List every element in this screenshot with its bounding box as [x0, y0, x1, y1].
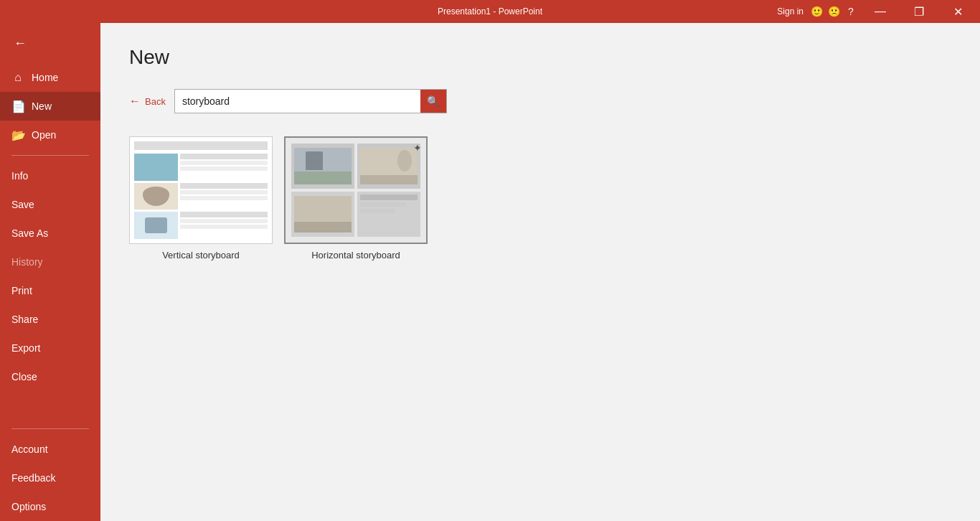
- sidebar-bottom: Account Feedback Options: [0, 423, 100, 521]
- save-label: Save: [11, 199, 34, 210]
- smiley-icon[interactable]: 🙂: [809, 4, 824, 19]
- template-label-horizontal: Horizontal storyboard: [311, 250, 400, 260]
- sidebar-new-label: New: [32, 100, 52, 112]
- sidebar-divider-top: [11, 155, 89, 156]
- search-button[interactable]: 🔍: [420, 90, 446, 113]
- open-icon: 📂: [11, 128, 24, 142]
- options-label: Options: [11, 501, 46, 512]
- sidebar-item-close[interactable]: Close: [0, 362, 100, 391]
- template-thumb-vertical: [129, 136, 273, 244]
- template-thumb-horizontal: ✦: [284, 136, 428, 244]
- sidebar-menu: Info Save Save As History Print Share Ex…: [0, 161, 100, 391]
- sidebar-item-home[interactable]: ⌂ Home: [0, 63, 100, 92]
- sidebar-item-account[interactable]: Account: [0, 435, 100, 464]
- search-area: ← Back 🔍: [129, 89, 951, 113]
- template-label-vertical: Vertical storyboard: [162, 250, 240, 260]
- search-input[interactable]: [175, 91, 420, 111]
- pin-icon[interactable]: ✦: [413, 142, 422, 154]
- sidebar-item-share[interactable]: Share: [0, 305, 100, 334]
- minimize-button[interactable]: —: [864, 0, 897, 23]
- sidebar-item-history[interactable]: History: [0, 248, 100, 276]
- content-area: New ← Back 🔍: [100, 23, 980, 521]
- sidebar-item-options[interactable]: Options: [0, 492, 100, 521]
- template-card-vertical-storyboard[interactable]: Vertical storyboard: [129, 136, 273, 260]
- back-label: Back: [145, 96, 166, 107]
- app-body: ← ⌂ Home 📄 New 📂 Open Info Save: [0, 23, 980, 521]
- print-label: Print: [11, 285, 32, 296]
- sidebar-item-open[interactable]: 📂 Open: [0, 121, 100, 149]
- search-icon: 🔍: [427, 95, 439, 107]
- sidebar-item-save[interactable]: Save: [0, 190, 100, 219]
- back-link[interactable]: ← Back: [129, 95, 166, 108]
- close-label: Close: [11, 371, 37, 382]
- close-button[interactable]: ✕: [941, 0, 974, 23]
- help-icon[interactable]: ?: [844, 4, 858, 19]
- sidebar-back-button[interactable]: ←: [6, 29, 34, 57]
- back-arrow-icon: ←: [129, 95, 141, 108]
- share-label: Share: [11, 314, 38, 325]
- search-box: 🔍: [174, 89, 447, 113]
- template-grid: Vertical storyboard: [129, 136, 951, 260]
- page-title: New: [129, 46, 951, 69]
- sign-in-button[interactable]: Sign in: [777, 6, 804, 17]
- sidebar-item-save-as[interactable]: Save As: [0, 219, 100, 248]
- sidebar-item-feedback[interactable]: Feedback: [0, 464, 100, 492]
- feedback-label: Feedback: [11, 472, 55, 484]
- new-doc-icon: 📄: [11, 100, 24, 113]
- sidebar-divider-bottom: [11, 428, 89, 429]
- restore-button[interactable]: ❐: [903, 0, 936, 23]
- sidebar-item-info[interactable]: Info: [0, 161, 100, 190]
- template-card-horizontal-storyboard[interactable]: ✦ Horizontal storyboard: [284, 136, 428, 260]
- save-as-label: Save As: [11, 227, 48, 239]
- sidebar-item-new[interactable]: 📄 New: [0, 92, 100, 121]
- sidebar-nav: ⌂ Home 📄 New 📂 Open: [0, 63, 100, 149]
- history-label: History: [11, 256, 43, 268]
- info-label: Info: [11, 170, 28, 182]
- sidebar-home-label: Home: [32, 72, 58, 83]
- sidebar-open-label: Open: [32, 129, 56, 141]
- account-label: Account: [11, 443, 48, 455]
- sidebar-item-print[interactable]: Print: [0, 276, 100, 305]
- sad-icon[interactable]: 🙁: [826, 4, 841, 19]
- export-label: Export: [11, 342, 40, 354]
- home-icon: ⌂: [11, 71, 24, 84]
- sidebar: ← ⌂ Home 📄 New 📂 Open Info Save: [0, 23, 100, 521]
- window-title: Presentation1 - PowerPoint: [438, 6, 542, 17]
- sidebar-item-export[interactable]: Export: [0, 334, 100, 362]
- title-bar: Presentation1 - PowerPoint Sign in 🙂 🙁 ?…: [0, 0, 980, 23]
